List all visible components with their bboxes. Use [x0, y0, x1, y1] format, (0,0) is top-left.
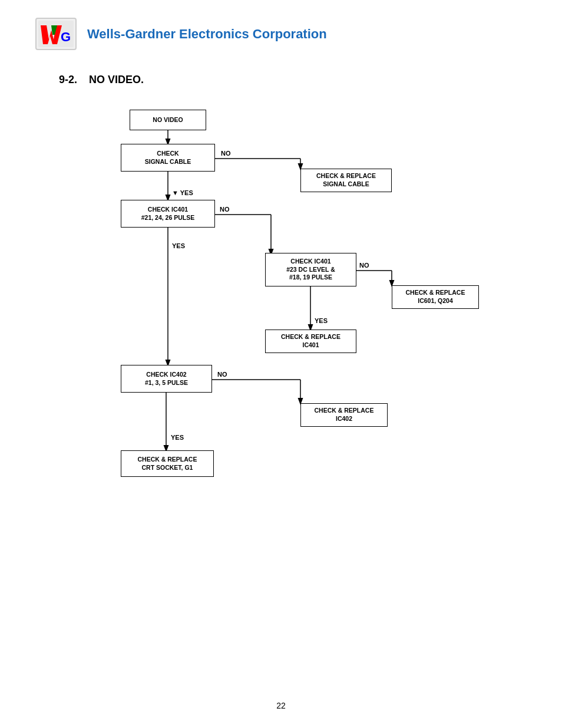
svg-text:NO: NO [217, 371, 227, 378]
page: G Wells-Gardner Electronics Corporation … [0, 0, 562, 728]
company-name: Wells-Gardner Electronics Corporation [87, 27, 327, 42]
header: G Wells-Gardner Electronics Corporation [35, 18, 527, 50]
box-check-signal-cable: CHECKSIGNAL CABLE [121, 144, 215, 172]
svg-text:YES: YES [171, 434, 184, 441]
flowchart: NO ▼ YES NO YES NO YES [71, 104, 483, 564]
svg-text:YES: YES [315, 317, 328, 324]
box-replace-ic402: CHECK & REPLACEIC402 [300, 403, 388, 427]
box-replace-signal-cable: CHECK & REPLACESIGNAL CABLE [300, 169, 392, 192]
box-check-ic402: CHECK IC402#1, 3, 5 PULSE [121, 365, 212, 393]
page-number: 22 [276, 701, 286, 710]
box-replace-ic601: CHECK & REPLACEIC601, Q204 [392, 285, 479, 309]
svg-text:G: G [61, 29, 71, 44]
section-title: 9-2. NO VIDEO. [59, 74, 527, 86]
box-no-video: NO VIDEO [130, 110, 206, 130]
box-replace-ic401: CHECK & REPLACEIC401 [265, 330, 356, 353]
svg-text:NO: NO [221, 150, 231, 157]
svg-text:YES: YES [172, 242, 185, 249]
svg-text:NO: NO [359, 262, 369, 269]
box-check-ic401-pulse: CHECK IC401#21, 24, 26 PULSE [121, 200, 215, 228]
box-check-ic401-dc: CHECK IC401#23 DC LEVEL &#18, 19 PULSE [265, 253, 356, 286]
svg-text:▼ YES: ▼ YES [172, 189, 193, 196]
svg-text:NO: NO [220, 206, 230, 213]
logo: G [35, 18, 77, 50]
box-replace-crt: CHECK & REPLACECRT SOCKET, G1 [121, 450, 214, 477]
